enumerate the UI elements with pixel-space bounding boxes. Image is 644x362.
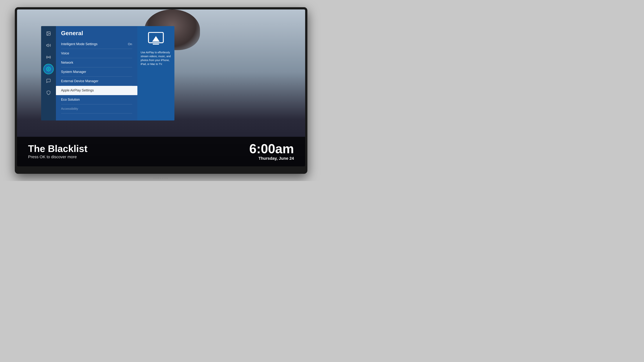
menu-item-value: On (128, 42, 132, 46)
tv-time: 6:00am (249, 142, 294, 155)
sidebar-item-general[interactable] (43, 64, 54, 74)
tv-bottom-bar: The Blacklist Press OK to discover more … (17, 137, 305, 166)
menu-item-eco-solution[interactable]: Eco Solution (61, 95, 132, 104)
tv-show-title: The Blacklist (28, 144, 88, 153)
svg-marker-2 (46, 44, 48, 47)
settings-sidebar (41, 26, 56, 120)
tv-show-info: The Blacklist Press OK to discover more (28, 144, 88, 159)
settings-main-panel: General Intelligent Mode Settings On Voi… (56, 26, 138, 120)
menu-item-label: Intelligent Mode Settings (61, 42, 98, 46)
sidebar-item-sound[interactable] (43, 40, 54, 50)
settings-overlay: General Intelligent Mode Settings On Voi… (41, 26, 174, 120)
svg-marker-6 (152, 36, 160, 42)
svg-point-4 (48, 68, 49, 70)
airplay-description: Use AirPlay to effortlessly stream video… (141, 50, 171, 66)
menu-item-external-device[interactable]: External Device Manager (61, 77, 132, 86)
tv-frame: The Blacklist Press OK to discover more … (15, 7, 307, 174)
sidebar-item-support[interactable] (43, 76, 54, 86)
svg-rect-7 (153, 44, 159, 45)
tv-show-subtitle: Press OK to discover more (28, 155, 88, 159)
menu-item-label: External Device Manager (61, 79, 98, 83)
menu-item-label: Apple AirPlay Settings (61, 88, 94, 92)
tv-time-info: 6:00am Thursday, June 24 (249, 142, 294, 161)
sidebar-item-privacy[interactable] (43, 87, 54, 98)
airplay-info-panel: Use AirPlay to effortlessly stream video… (138, 26, 174, 120)
svg-point-3 (48, 57, 49, 57)
menu-item-system-manager[interactable]: System Manager (61, 67, 132, 77)
menu-item-label: Network (61, 61, 73, 65)
menu-item-label: Eco Solution (61, 98, 80, 102)
svg-point-1 (48, 32, 48, 33)
panel-title: General (61, 30, 132, 37)
sidebar-item-picture[interactable] (43, 28, 54, 39)
samsung-logo: SAMSUNG (153, 177, 169, 179)
menu-item-label: System Manager (61, 70, 86, 74)
menu-item-accessibility[interactable]: Accessibility (61, 104, 132, 113)
tv-date: Thursday, June 24 (249, 156, 294, 161)
airplay-icon (148, 32, 164, 47)
tv-screen: The Blacklist Press OK to discover more … (17, 9, 305, 166)
menu-item-network[interactable]: Network (61, 58, 132, 67)
menu-item-label: Voice (61, 51, 69, 55)
menu-item-intelligent-mode[interactable]: Intelligent Mode Settings On (61, 40, 132, 49)
sidebar-item-broadcast[interactable] (43, 52, 54, 62)
menu-item-label: Accessibility (61, 107, 78, 111)
menu-item-voice[interactable]: Voice (61, 49, 132, 58)
menu-item-apple-airplay[interactable]: Apple AirPlay Settings (56, 86, 138, 95)
